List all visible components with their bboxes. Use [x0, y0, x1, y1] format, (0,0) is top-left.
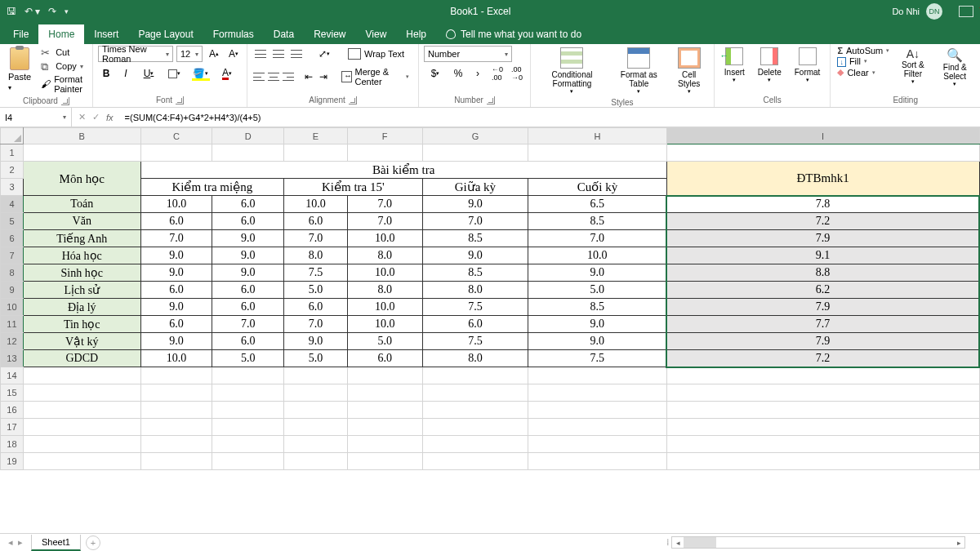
row-header-3[interactable]: 3 [1, 179, 24, 196]
cell-I13[interactable]: 7.2 [666, 350, 979, 367]
cell-C16[interactable] [140, 402, 212, 419]
cell-F19[interactable] [347, 453, 422, 470]
tab-data[interactable]: Data [264, 24, 304, 44]
redo-icon[interactable]: ↷ [48, 6, 56, 17]
increase-decimal-button[interactable]: ←0.00 [489, 65, 506, 82]
cell-H15[interactable] [528, 384, 666, 402]
align-top-button[interactable] [252, 46, 269, 62]
cell-H19[interactable] [528, 453, 666, 470]
cell-B6[interactable]: Tiếng Anh [23, 230, 140, 247]
cell-F8[interactable]: 10.0 [347, 264, 422, 282]
cell-D6[interactable]: 9.0 [212, 230, 284, 247]
cell-B14[interactable] [23, 367, 140, 384]
cell-B12[interactable]: Vật ký [23, 333, 140, 350]
cell-I19[interactable] [666, 453, 979, 470]
font-size-combo[interactable]: 12▾ [176, 46, 203, 62]
fill-color-button[interactable]: 🪣▾ [189, 65, 212, 82]
scroll-thumb[interactable] [684, 537, 716, 548]
cell-D10[interactable]: 6.0 [212, 299, 284, 316]
cell-B15[interactable] [23, 384, 140, 402]
find-select-button[interactable]: Find & Select ▾ [935, 46, 975, 89]
accounting-format-button[interactable]: $ ▾ [424, 65, 447, 82]
row-header-9[interactable]: 9 [1, 282, 24, 299]
column-header-H[interactable]: H [528, 128, 666, 144]
cell-F6[interactable]: 10.0 [347, 230, 422, 247]
cell-C14[interactable] [140, 367, 212, 384]
cell-I17[interactable] [666, 419, 979, 436]
row-header-7[interactable]: 7 [1, 247, 24, 264]
save-icon[interactable]: 🖫 [7, 6, 16, 17]
copy-button[interactable]: Copy ▾ [38, 60, 87, 73]
cell-C5[interactable]: 6.0 [140, 213, 212, 230]
cell-F15[interactable] [347, 384, 422, 402]
user-area[interactable]: Do Nhi DN [892, 3, 973, 20]
cell-I14[interactable] [666, 367, 979, 384]
clear-button[interactable]: Clear ▾ [835, 67, 891, 78]
cell-D5[interactable]: 6.0 [212, 213, 284, 230]
column-header-G[interactable]: G [422, 128, 528, 144]
cell-F1[interactable] [347, 144, 422, 162]
cell-F16[interactable] [347, 402, 422, 419]
scroll-left-icon[interactable]: ◂ [672, 537, 684, 548]
cell-D15[interactable] [212, 384, 284, 402]
column-header-E[interactable]: E [284, 128, 348, 144]
cell-D18[interactable] [212, 436, 284, 453]
cell-I16[interactable] [666, 402, 979, 419]
tab-page-layout[interactable]: Page Layout [128, 24, 203, 44]
row-header-1[interactable]: 1 [1, 144, 24, 162]
sheet-tab[interactable]: Sheet1 [31, 535, 81, 551]
decrease-font-button[interactable]: A▾ [225, 46, 242, 62]
cell-G6[interactable]: 8.5 [422, 230, 528, 247]
align-center-button[interactable] [267, 69, 280, 85]
cell-G9[interactable]: 8.0 [422, 282, 528, 299]
cell-F4[interactable]: 7.0 [347, 196, 422, 213]
cell-D4[interactable]: 6.0 [212, 196, 284, 213]
cell-E19[interactable] [284, 453, 348, 470]
alignment-dialog-icon[interactable] [349, 96, 357, 104]
wrap-text-button[interactable]: Wrap Text [344, 47, 408, 61]
cell-B4[interactable]: Toán [23, 196, 140, 213]
cell-I8[interactable]: 8.8 [666, 264, 979, 282]
fill-button[interactable]: Fill ▾ [835, 56, 891, 66]
cell-B13[interactable]: GDCD [23, 350, 140, 367]
cell-E13[interactable]: 5.0 [284, 350, 348, 367]
cut-button[interactable]: Cut [38, 46, 87, 59]
cell-I18[interactable] [666, 436, 979, 453]
cell-D12[interactable]: 6.0 [212, 333, 284, 350]
row-header-17[interactable]: 17 [1, 419, 24, 436]
cell-G7[interactable]: 9.0 [422, 247, 528, 264]
tab-view[interactable]: View [356, 24, 397, 44]
cell-B11[interactable]: Tin học [23, 316, 140, 333]
cell-F5[interactable]: 7.0 [347, 213, 422, 230]
cell-F11[interactable]: 10.0 [347, 316, 422, 333]
cell-G1[interactable] [422, 144, 528, 162]
cell-G12[interactable]: 7.5 [422, 333, 528, 350]
row-header-2[interactable]: 2 [1, 162, 24, 179]
cell-G11[interactable]: 6.0 [422, 316, 528, 333]
cell-G14[interactable] [422, 367, 528, 384]
undo-icon[interactable]: ↶ ▾ [24, 6, 40, 17]
cell-H3[interactable]: Cuối kỳ [528, 179, 666, 196]
cell-B5[interactable]: Văn [23, 213, 140, 230]
cell-I15[interactable] [666, 384, 979, 402]
clipboard-dialog-icon[interactable] [61, 97, 69, 105]
cell-H7[interactable]: 10.0 [528, 247, 666, 264]
cell-C17[interactable] [140, 419, 212, 436]
cell-E6[interactable]: 7.0 [284, 230, 348, 247]
row-header-8[interactable]: 8 [1, 264, 24, 282]
align-bottom-button[interactable] [288, 46, 305, 62]
cell-F17[interactable] [347, 419, 422, 436]
cell-H12[interactable]: 9.0 [528, 333, 666, 350]
cell-G13[interactable]: 8.0 [422, 350, 528, 367]
cell-D19[interactable] [212, 453, 284, 470]
column-header-I[interactable]: I [666, 128, 979, 144]
cell-C7[interactable]: 9.0 [140, 247, 212, 264]
cell-I5[interactable]: 7.2 [666, 213, 979, 230]
cell-G15[interactable] [422, 384, 528, 402]
cell-D14[interactable] [212, 367, 284, 384]
align-right-button[interactable] [282, 69, 295, 85]
row-header-4[interactable]: 4 [1, 196, 24, 213]
row-header-14[interactable]: 14 [1, 367, 24, 384]
format-painter-button[interactable]: Format Painter [38, 73, 87, 95]
cell-E16[interactable] [284, 402, 348, 419]
